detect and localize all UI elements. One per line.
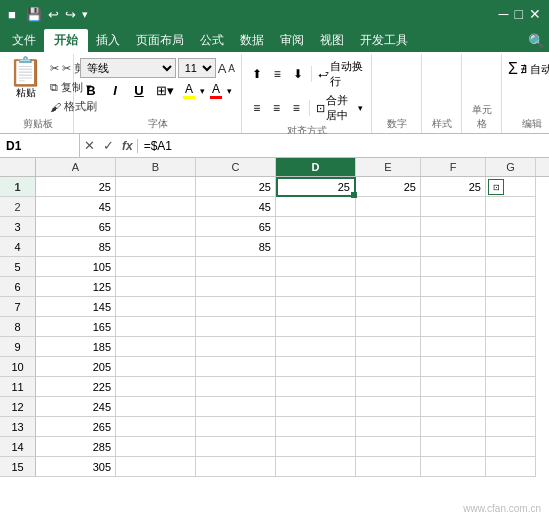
- decrease-font-icon[interactable]: A: [228, 63, 235, 74]
- cell-C1[interactable]: 25: [196, 177, 276, 197]
- align-middle-button[interactable]: ≡: [268, 64, 286, 84]
- auto-wrap-button[interactable]: ⮐ 自动换行: [316, 58, 365, 90]
- merge-center-button[interactable]: ⊡ 合并居中 ▾: [314, 92, 365, 124]
- row-header-2[interactable]: 2: [0, 197, 36, 217]
- cell-F5[interactable]: [421, 257, 486, 277]
- formula-cancel-icon[interactable]: ✕: [80, 138, 99, 153]
- cell-B2[interactable]: [116, 197, 196, 217]
- cell-A5[interactable]: 105: [36, 257, 116, 277]
- col-header-C[interactable]: C: [196, 158, 276, 176]
- save-icon[interactable]: 💾: [26, 7, 42, 22]
- row-header-6[interactable]: 6: [0, 277, 36, 297]
- cell-C4[interactable]: 85: [196, 237, 276, 257]
- cell-F3[interactable]: [421, 217, 486, 237]
- font-name-selector[interactable]: 等线: [80, 58, 176, 78]
- row-header-15[interactable]: 15: [0, 457, 36, 477]
- underline-button[interactable]: U: [128, 81, 150, 101]
- cell-B4[interactable]: [116, 237, 196, 257]
- cell-A7[interactable]: 145: [36, 297, 116, 317]
- maximize-icon[interactable]: □: [515, 6, 523, 22]
- cell-A2[interactable]: 45: [36, 197, 116, 217]
- formula-input[interactable]: [138, 134, 549, 157]
- increase-font-icon[interactable]: A: [218, 61, 227, 76]
- tab-file[interactable]: 文件: [4, 29, 44, 52]
- tab-review[interactable]: 审阅: [272, 29, 312, 52]
- cell-A1[interactable]: 25: [36, 177, 116, 197]
- cell-F4[interactable]: [421, 237, 486, 257]
- cell-D2[interactable]: [276, 197, 356, 217]
- align-center-button[interactable]: ≡: [268, 98, 286, 118]
- cell-A3[interactable]: 65: [36, 217, 116, 237]
- minimize-icon[interactable]: ─: [499, 6, 509, 22]
- cell-G5[interactable]: [486, 257, 536, 277]
- font-color-button[interactable]: A: [207, 80, 225, 101]
- cell-B3[interactable]: [116, 217, 196, 237]
- col-header-G[interactable]: G: [486, 158, 536, 176]
- row-header-9[interactable]: 9: [0, 337, 36, 357]
- fill-dropdown[interactable]: ▾: [200, 86, 205, 96]
- cell-C2[interactable]: 45: [196, 197, 276, 217]
- fill-color-button[interactable]: A: [180, 80, 198, 101]
- cell-D3[interactable]: [276, 217, 356, 237]
- cell-A9[interactable]: 185: [36, 337, 116, 357]
- row-header-7[interactable]: 7: [0, 297, 36, 317]
- row-header-12[interactable]: 12: [0, 397, 36, 417]
- cell-B5[interactable]: [116, 257, 196, 277]
- cell-G3[interactable]: [486, 217, 536, 237]
- cell-D1[interactable]: 25: [276, 177, 356, 197]
- customize-icon[interactable]: ▾: [82, 8, 88, 21]
- cell-E1[interactable]: 25: [356, 177, 421, 197]
- tab-formulas[interactable]: 公式: [192, 29, 232, 52]
- bold-button[interactable]: B: [80, 81, 102, 101]
- row-header-14[interactable]: 14: [0, 437, 36, 457]
- redo-icon[interactable]: ↪: [65, 7, 76, 22]
- tab-data[interactable]: 数据: [232, 29, 272, 52]
- cell-A12[interactable]: 245: [36, 397, 116, 417]
- formula-confirm-icon[interactable]: ✓: [99, 138, 118, 153]
- row-header-4[interactable]: 4: [0, 237, 36, 257]
- cell-E4[interactable]: [356, 237, 421, 257]
- row-header-11[interactable]: 11: [0, 377, 36, 397]
- align-left-button[interactable]: ≡: [248, 98, 266, 118]
- cell-C3[interactable]: 65: [196, 217, 276, 237]
- cell-G2[interactable]: [486, 197, 536, 217]
- row-header-3[interactable]: 3: [0, 217, 36, 237]
- tab-pagelayout[interactable]: 页面布局: [128, 29, 192, 52]
- paste-button[interactable]: 📋 粘贴: [6, 56, 45, 102]
- border-button[interactable]: ⊞▾: [152, 81, 178, 100]
- row-header-1[interactable]: 1: [0, 177, 36, 197]
- col-header-A[interactable]: A: [36, 158, 116, 176]
- cell-B1[interactable]: [116, 177, 196, 197]
- cell-F1[interactable]: 25: [421, 177, 486, 197]
- autofill-popup-button[interactable]: ⊡: [488, 179, 504, 195]
- cell-A6[interactable]: 125: [36, 277, 116, 297]
- col-header-D[interactable]: D: [276, 158, 356, 176]
- cell-F2[interactable]: [421, 197, 486, 217]
- align-bottom-button[interactable]: ⬇: [288, 64, 306, 84]
- font-color-dropdown[interactable]: ▾: [227, 86, 232, 96]
- cell-A13[interactable]: 265: [36, 417, 116, 437]
- fill-button[interactable]: ∄ 自动: [520, 62, 549, 77]
- tab-developer[interactable]: 开发工具: [352, 29, 416, 52]
- row-header-13[interactable]: 13: [0, 417, 36, 437]
- row-header-10[interactable]: 10: [0, 357, 36, 377]
- tab-insert[interactable]: 插入: [88, 29, 128, 52]
- cell-A4[interactable]: 85: [36, 237, 116, 257]
- cell-C5[interactable]: [196, 257, 276, 277]
- close-icon[interactable]: ✕: [529, 6, 541, 22]
- row-header-5[interactable]: 5: [0, 257, 36, 277]
- cell-E3[interactable]: [356, 217, 421, 237]
- row-header-8[interactable]: 8: [0, 317, 36, 337]
- cell-A14[interactable]: 285: [36, 437, 116, 457]
- col-header-F[interactable]: F: [421, 158, 486, 176]
- cell-D5[interactable]: [276, 257, 356, 277]
- italic-button[interactable]: I: [104, 81, 126, 101]
- cell-D4[interactable]: [276, 237, 356, 257]
- tab-view[interactable]: 视图: [312, 29, 352, 52]
- cell-E5[interactable]: [356, 257, 421, 277]
- cell-A8[interactable]: 165: [36, 317, 116, 337]
- cell-E2[interactable]: [356, 197, 421, 217]
- cell-G1[interactable]: ⊡: [486, 177, 536, 197]
- align-right-button[interactable]: ≡: [287, 98, 305, 118]
- cell-reference-box[interactable]: D1: [0, 134, 80, 157]
